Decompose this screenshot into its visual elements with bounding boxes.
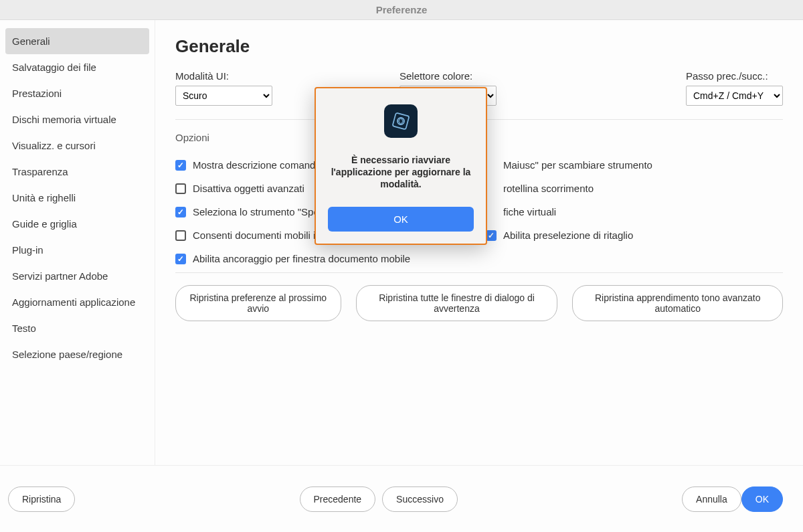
undo-label: Passo prec./succ.: xyxy=(686,70,783,82)
sidebar-item-6[interactable]: Unità e righelli xyxy=(5,185,149,211)
window-title: Preferenze xyxy=(0,0,803,20)
checkbox[interactable] xyxy=(486,230,497,241)
undo-field: Passo prec./succ.: Cmd+Z / Cmd+Y xyxy=(686,70,783,106)
footer: Ripristina Precedente Successivo Annulla… xyxy=(0,465,803,532)
sidebar-item-3[interactable]: Dischi memoria virtuale xyxy=(5,106,149,132)
option-right-3[interactable]: Abilita preselezione di ritaglio xyxy=(486,230,783,241)
checkbox[interactable] xyxy=(175,207,186,217)
sidebar-item-1[interactable]: Salvataggio dei file xyxy=(5,54,149,80)
sidebar-item-5[interactable]: Trasparenza xyxy=(5,159,149,185)
checkbox[interactable] xyxy=(175,230,186,241)
modal-message: È necessario riavviare l'applicazione pe… xyxy=(328,154,474,191)
color-picker-label: Selettore colore: xyxy=(399,70,497,82)
app-icon xyxy=(384,104,418,138)
option-right-0[interactable]: Maiusc" per scambiare strumento xyxy=(486,159,783,171)
option-label: Abilita ancoraggio per finestra document… xyxy=(193,253,410,264)
option-left-4[interactable]: Abilita ancoraggio per finestra document… xyxy=(175,253,472,264)
prev-button[interactable]: Precedente xyxy=(300,486,376,512)
option-label: Mostra descrizione comandi xyxy=(193,159,318,171)
option-label: Disattiva oggetti avanzati xyxy=(193,183,304,194)
sidebar-item-7[interactable]: Guide e griglia xyxy=(5,211,149,237)
sidebar: GeneraliSalvataggio dei filePrestazioniD… xyxy=(0,20,155,465)
checkbox[interactable] xyxy=(175,254,186,264)
reset-pill-1[interactable]: Ripristina tutte le finestre di dialogo … xyxy=(356,285,558,321)
ui-mode-field: Modalità UI: Scuro xyxy=(175,70,272,106)
sidebar-item-10[interactable]: Aggiornamenti applicazione xyxy=(5,289,149,315)
sidebar-item-9[interactable]: Servizi partner Adobe xyxy=(5,263,149,289)
option-right-2[interactable]: fiche virtuali xyxy=(486,206,783,217)
sidebar-item-0[interactable]: Generali xyxy=(5,28,149,54)
option-label: fiche virtuali xyxy=(503,206,556,217)
svg-rect-0 xyxy=(393,113,410,130)
checkbox[interactable] xyxy=(175,160,186,171)
divider xyxy=(175,272,783,273)
page-title: Generale xyxy=(175,36,783,57)
sidebar-item-4[interactable]: Visualizz. e cursori xyxy=(5,132,149,159)
option-right-1[interactable]: rotellina scorrimento xyxy=(486,183,783,194)
option-label: rotellina scorrimento xyxy=(503,183,594,194)
sidebar-item-11[interactable]: Testo xyxy=(5,315,149,341)
option-label: Abilita preselezione di ritaglio xyxy=(503,230,633,241)
sidebar-item-2[interactable]: Prestazioni xyxy=(5,80,149,106)
ok-button[interactable]: OK xyxy=(741,486,783,512)
reset-button[interactable]: Ripristina xyxy=(8,486,75,512)
sidebar-item-12[interactable]: Selezione paese/regione xyxy=(5,341,149,367)
cancel-button[interactable]: Annulla xyxy=(682,486,741,512)
next-button[interactable]: Successivo xyxy=(382,486,458,512)
modal-ok-button[interactable]: OK xyxy=(328,207,474,232)
ui-mode-label: Modalità UI: xyxy=(175,70,272,82)
restart-modal: È necessario riavviare l'applicazione pe… xyxy=(315,87,487,245)
reset-pill-2[interactable]: Ripristina apprendimento tono avanzato a… xyxy=(572,285,783,321)
reset-buttons-row: Ripristina preferenze al prossimo avvioR… xyxy=(175,285,783,321)
sidebar-item-8[interactable]: Plug-in xyxy=(5,237,149,263)
option-label: Maiusc" per scambiare strumento xyxy=(503,159,652,171)
ui-mode-select[interactable]: Scuro xyxy=(175,86,272,106)
checkbox[interactable] xyxy=(175,183,186,194)
undo-select[interactable]: Cmd+Z / Cmd+Y xyxy=(686,86,783,106)
reset-pill-0[interactable]: Ripristina preferenze al prossimo avvio xyxy=(175,285,341,321)
option-right-4 xyxy=(486,253,783,264)
